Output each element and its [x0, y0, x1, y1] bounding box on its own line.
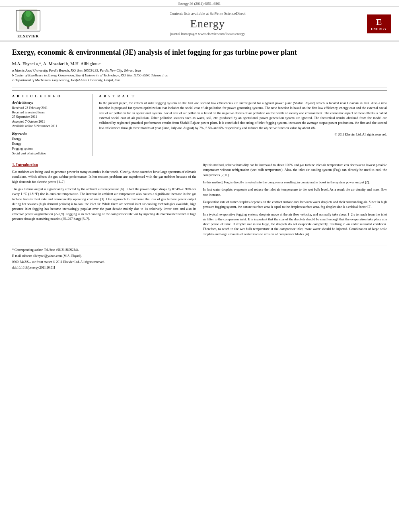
body-section: 1. Introduction Gas turbines are being u…	[12, 162, 387, 239]
received-revised-label: Received in revised form	[12, 110, 87, 115]
keyword-social-cost: Social cost of air pollution	[12, 151, 87, 156]
keywords-subheading: Keywords:	[12, 131, 87, 136]
article-title: Exergy, economic & environmental (3E) an…	[12, 48, 387, 57]
article-info-col: A R T I C L E I N F O Article history: R…	[12, 94, 93, 156]
article-info-heading: A R T I C L E I N F O	[12, 94, 87, 98]
right-para-4: Evaporation rate of water droplets depen…	[203, 199, 387, 210]
authors: M.A. Ehyaei a,*, A. Mozafari b, M.H. Ali…	[12, 61, 387, 66]
header-middle: Contents lists available at SciVerse Sci…	[56, 9, 359, 38]
elsevier-tree-icon	[14, 9, 42, 33]
right-para-5: In a typical evaporative fogging system,…	[203, 212, 387, 237]
keyword-exergy: Exergy	[12, 142, 87, 146]
intro-heading: 1. Introduction	[12, 162, 196, 167]
sciverse-text: Contents lists available at SciVerse Sci…	[170, 12, 246, 16]
energy-logo-text: ENERGY	[370, 27, 388, 31]
intro-para-1: Gas turbines are being used to generate …	[12, 169, 196, 184]
elsevier-logo: ELSEVIER	[14, 9, 42, 38]
journal-header: ELSEVIER Contents lists available at Sci…	[0, 7, 399, 41]
journal-title: Energy	[190, 17, 225, 30]
article-history: Article history: Received 22 February 20…	[12, 101, 87, 128]
keyword-energy: Energy	[12, 137, 87, 142]
abstract-heading: A B S T R A C T	[99, 94, 387, 98]
corresponding-author-note: * Corresponding author. Tel./fax: +98 21…	[12, 248, 387, 253]
affiliation-c: c Department of Mechanical Engineering, …	[12, 78, 387, 83]
available-online-date: Available online 5 November 2011	[12, 124, 87, 128]
body-right-col: By this method, relative humidity can be…	[203, 162, 387, 239]
authors-text: M.A. Ehyaei a,*, A. Mozafari b, M.H. Ali…	[12, 61, 101, 66]
received-date: Received 22 February 2011	[12, 106, 87, 110]
abstract-col: A B S T R A C T In the present paper, th…	[99, 94, 387, 156]
divider	[12, 88, 387, 88]
doi-note: doi:10.1016/j.energy.2011.10.011	[12, 265, 387, 270]
footer-section: * Corresponding author. Tel./fax: +98 21…	[12, 243, 387, 270]
abstract-text: In the present paper, the effects of inl…	[99, 101, 387, 130]
issn-note: 0360-5442/$ – see front matter © 2011 El…	[12, 260, 387, 264]
keywords-section: Keywords: Energy Exergy Fogging system S…	[12, 131, 87, 156]
elsevier-label: ELSEVIER	[17, 34, 39, 38]
energy-logo-area: E ENERGY	[363, 9, 395, 38]
elsevier-logo-area: ELSEVIER	[4, 9, 52, 38]
body-left-col: 1. Introduction Gas turbines are being u…	[12, 162, 196, 239]
affiliation-a: a Islamic Azad University, Pardis Branch…	[12, 68, 387, 73]
svg-point-5	[27, 27, 29, 29]
right-para-3: In fact water droplets evaporate and red…	[203, 187, 387, 197]
affiliation-b: b Center of Excellence in Energy Convers…	[12, 73, 387, 78]
history-subheading: Article history:	[12, 101, 87, 105]
energy-logo-box: E ENERGY	[367, 14, 391, 33]
right-para-2: In this method, Fog is directly injected…	[203, 180, 387, 185]
journal-ref-bar: Energy 36 (2011) 6851–6861	[0, 0, 399, 7]
footer-divider	[12, 246, 387, 246]
accepted-date: Accepted 7 October 2011	[12, 119, 87, 124]
journal-ref-text: Energy 36 (2011) 6851–6861	[178, 2, 221, 6]
keyword-fogging: Fogging system	[12, 146, 87, 151]
received-revised-date: 27 September 2011	[12, 115, 87, 119]
energy-logo-letter: E	[370, 17, 388, 27]
main-content: Exergy, economic & environmental (3E) an…	[0, 41, 399, 275]
right-para-1: By this method, relative humidity can be…	[203, 162, 387, 177]
journal-homepage: journal homepage: www.elsevier.com/locat…	[170, 32, 245, 36]
svg-point-4	[26, 10, 31, 17]
affiliations: a Islamic Azad University, Pardis Branch…	[12, 68, 387, 83]
intro-para-2: The gas turbine output is significantly …	[12, 187, 196, 221]
article-info-abstract-section: A R T I C L E I N F O Article history: R…	[12, 90, 387, 156]
email-note: E-mail address: aliehyaei@yahoo.com (M.A…	[12, 254, 387, 259]
copyright-line: © 2011 Elsevier Ltd. All rights reserved…	[99, 133, 387, 136]
